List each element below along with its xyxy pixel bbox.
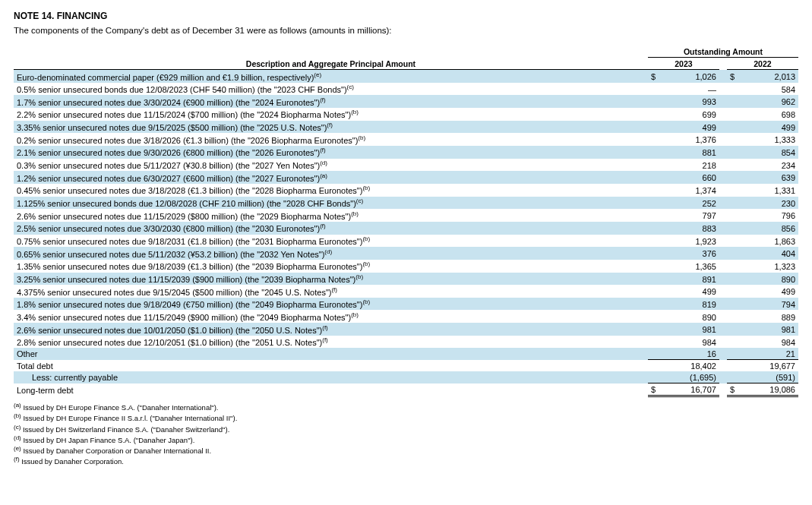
footnote: (b) Issued by DH Europe Finance II S.a.r… <box>14 412 798 423</box>
row-description: 1.2% senior unsecured notes due 6/30/202… <box>14 171 648 184</box>
row-description: 2.1% senior unsecured notes due 9/30/202… <box>14 146 648 159</box>
table-row: 1.125% senior unsecured bonds due 12/08/… <box>14 197 798 210</box>
table-row: 2.2% senior unsecured notes due 11/15/20… <box>14 108 798 121</box>
table-row: 0.45% senior unsecured notes due 3/18/20… <box>14 184 798 197</box>
table-row: 0.65% senior unsecured notes due 5/11/20… <box>14 247 798 260</box>
value-2023: 890 <box>659 310 719 323</box>
long-term-debt-2022: 19,086 <box>738 383 798 396</box>
description-header: Description and Aggregate Principal Amou… <box>14 58 648 70</box>
row-description: 1.35% senior unsecured notes due 9/18/20… <box>14 260 648 273</box>
value-2022: 889 <box>738 310 798 323</box>
row-description: 2.2% senior unsecured notes due 11/15/20… <box>14 108 648 121</box>
table-row: 1.2% senior unsecured notes due 6/30/202… <box>14 171 798 184</box>
table-row: 1.8% senior unsecured notes due 9/18/204… <box>14 298 798 311</box>
footnote: (d) Issued by DH Japan Finance S.A. ("Da… <box>14 434 798 445</box>
intro-text: The components of the Company's debt as … <box>14 26 798 35</box>
value-2023: 1,026 <box>659 70 719 83</box>
table-row: 0.5% senior unsecured bonds due 12/08/20… <box>14 83 798 96</box>
value-2022: 890 <box>738 273 798 286</box>
year-2023-header: 2023 <box>648 58 719 70</box>
total-debt-2023: 18,402 <box>659 360 719 372</box>
row-description: 3.25% senior unsecured notes due 11/15/2… <box>14 273 648 286</box>
row-description: Euro-denominated commercial paper (€929 … <box>14 70 648 83</box>
row-description: 2.5% senior unsecured notes due 3/30/203… <box>14 222 648 235</box>
value-2023: 819 <box>659 298 719 311</box>
value-2023: 883 <box>659 222 719 235</box>
row-description: 0.5% senior unsecured bonds due 12/08/20… <box>14 83 648 96</box>
value-2023: 16 <box>659 348 719 360</box>
long-term-debt-label: Long-term debt <box>14 383 648 396</box>
footnote: (c) Issued by DH Switzerland Finance S.A… <box>14 424 798 434</box>
row-description: 1.8% senior unsecured notes due 9/18/204… <box>14 298 648 311</box>
total-debt-label: Total debt <box>14 360 648 372</box>
row-description: 1.7% senior unsecured notes due 3/30/202… <box>14 95 648 108</box>
row-description: 0.2% senior unsecured notes due 3/18/202… <box>14 133 648 146</box>
row-description: 2.6% senior unsecured notes due 11/15/20… <box>14 209 648 222</box>
value-2022: 796 <box>738 209 798 222</box>
table-row: 3.35% senior unsecured notes due 9/15/20… <box>14 121 798 134</box>
value-2023: 891 <box>659 273 719 286</box>
table-row: 1.35% senior unsecured notes due 9/18/20… <box>14 260 798 273</box>
value-2022: 1,331 <box>738 184 798 197</box>
value-2022: 404 <box>738 247 798 260</box>
value-2022: 962 <box>738 95 798 108</box>
row-description: 0.65% senior unsecured notes due 5/11/20… <box>14 247 648 260</box>
value-2023: 499 <box>659 121 719 134</box>
value-2023: 252 <box>659 197 719 210</box>
value-2023: 881 <box>659 146 719 159</box>
footnote: (e) Issued by Danaher Corporation or Dan… <box>14 445 798 456</box>
table-row: 0.75% senior unsecured notes due 9/18/20… <box>14 235 798 248</box>
row-description: 0.75% senior unsecured notes due 9/18/20… <box>14 235 648 248</box>
value-2022: 984 <box>738 336 798 349</box>
table-row: 0.3% senior unsecured notes due 5/11/202… <box>14 159 798 172</box>
long-term-debt-2023: 16,707 <box>659 383 719 396</box>
currency-symbol: $ <box>648 383 659 396</box>
row-description: 2.8% senior unsecured notes due 12/10/20… <box>14 336 648 349</box>
footnote: (f) Issued by Danaher Corporation. <box>14 456 798 466</box>
financing-table: Outstanding Amount Description and Aggre… <box>14 46 798 397</box>
value-2023: 1,923 <box>659 235 719 248</box>
table-row: 0.2% senior unsecured notes due 3/18/202… <box>14 133 798 146</box>
value-2022: 639 <box>738 171 798 184</box>
table-row: Euro-denominated commercial paper (€929 … <box>14 70 798 83</box>
table-row: 4.375% senior unsecured notes due 9/15/2… <box>14 285 798 298</box>
row-description: Other <box>14 348 648 360</box>
row-description: 3.4% senior unsecured notes due 11/15/20… <box>14 310 648 323</box>
value-2022: 584 <box>738 83 798 96</box>
value-2023: 797 <box>659 209 719 222</box>
value-2023: 499 <box>659 285 719 298</box>
note-title: NOTE 14. FINANCING <box>14 11 798 21</box>
value-2022: 698 <box>738 108 798 121</box>
table-row: 2.1% senior unsecured notes due 9/30/202… <box>14 146 798 159</box>
value-2022: 234 <box>738 159 798 172</box>
value-2023: 218 <box>659 159 719 172</box>
less-currently-payable-2022: (591) <box>738 371 798 383</box>
value-2023: 993 <box>659 95 719 108</box>
year-2022-header: 2022 <box>727 58 798 70</box>
value-2023: 984 <box>659 336 719 349</box>
value-2023: 660 <box>659 171 719 184</box>
value-2023: 1,374 <box>659 184 719 197</box>
value-2023: — <box>659 83 719 96</box>
table-row: 2.6% senior unsecured notes due 10/01/20… <box>14 323 798 336</box>
value-2022: 21 <box>738 348 798 360</box>
value-2022: 1,863 <box>738 235 798 248</box>
value-2022: 499 <box>738 285 798 298</box>
value-2022: 230 <box>738 197 798 210</box>
less-currently-payable-2023: (1,695) <box>659 371 719 383</box>
row-description: 2.6% senior unsecured notes due 10/01/20… <box>14 323 648 336</box>
value-2023: 376 <box>659 247 719 260</box>
table-row: 2.5% senior unsecured notes due 3/30/203… <box>14 222 798 235</box>
currency-symbol: $ <box>648 70 659 83</box>
footnote: (a) Issued by DH Europe Finance S.A. ("D… <box>14 402 798 412</box>
value-2022: 981 <box>738 323 798 336</box>
value-2022: 499 <box>738 121 798 134</box>
table-row: 2.8% senior unsecured notes due 12/10/20… <box>14 336 798 349</box>
row-description: 3.35% senior unsecured notes due 9/15/20… <box>14 121 648 134</box>
table-row: 1.7% senior unsecured notes due 3/30/202… <box>14 95 798 108</box>
table-row: 3.4% senior unsecured notes due 11/15/20… <box>14 310 798 323</box>
value-2022: 1,323 <box>738 260 798 273</box>
row-description: 1.125% senior unsecured bonds due 12/08/… <box>14 197 648 210</box>
outstanding-header: Outstanding Amount <box>648 46 798 58</box>
value-2022: 854 <box>738 146 798 159</box>
